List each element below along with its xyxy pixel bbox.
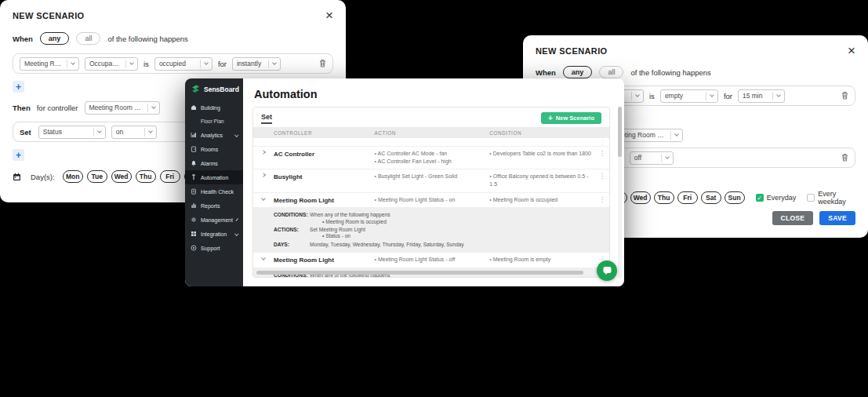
- day-pill-wed[interactable]: Wed: [111, 170, 132, 183]
- row-actions: Busylight Set Light - Green Solid: [375, 173, 490, 180]
- table-row: Meeting Room LightMeeting Room Light Sta…: [253, 253, 609, 268]
- sidebar-item-label: Building: [201, 105, 220, 111]
- table-row: Meeting Room LightMeeting Room Light Sta…: [253, 193, 609, 208]
- calendar-icon: [13, 173, 21, 181]
- then-controller-select[interactable]: Meeting Room Light: [85, 101, 160, 115]
- day-pill-mon[interactable]: Mon: [63, 170, 83, 183]
- row-controller: AC Controller: [274, 150, 375, 158]
- row-menu-icon[interactable]: ⋮: [595, 173, 609, 180]
- any-toggle[interactable]: any: [563, 66, 593, 78]
- duration-select[interactable]: 15 min: [738, 89, 785, 103]
- chevron-down-icon: [234, 232, 238, 236]
- row-actions: Meeting Room Light Status - on: [375, 196, 490, 204]
- vertical-scrollbar[interactable]: [618, 107, 622, 279]
- row-controller: Meeting Room Light: [274, 256, 375, 264]
- property-select[interactable]: Occupancy: [85, 57, 138, 71]
- collapse-icon[interactable]: [261, 196, 266, 201]
- set-value-select[interactable]: off: [630, 151, 674, 165]
- add-condition-button[interactable]: +: [13, 81, 24, 93]
- row-actions: AC Controller AC Mode - fanAC Controller…: [375, 150, 490, 166]
- value-select[interactable]: empty: [660, 89, 718, 103]
- set-property-select[interactable]: Status: [38, 126, 106, 139]
- dialog-title: NEW SCENARIO: [13, 11, 85, 20]
- sidebar-item-building[interactable]: Building: [185, 100, 243, 115]
- sidebar-item-support[interactable]: Support: [185, 241, 243, 255]
- days-label: Day(s):: [31, 173, 55, 181]
- sidebar-item-automation[interactable]: Automation: [185, 170, 243, 184]
- chat-button[interactable]: [597, 260, 617, 281]
- day-pill-fri[interactable]: Fri: [160, 170, 180, 183]
- every-weekday-checkbox[interactable]: [807, 194, 815, 202]
- tab-set[interactable]: Set: [261, 113, 272, 124]
- day-pill-wed[interactable]: Wed: [630, 191, 651, 204]
- chevron-down-icon: [204, 60, 209, 65]
- sidebar-item-label: Health Check: [201, 189, 234, 195]
- sidebar-item-label: Rooms: [201, 147, 218, 152]
- sidebar-item-floor-plan[interactable]: Floor Plan: [185, 115, 243, 128]
- row-actions: Meeting Room Light Status - off: [375, 256, 490, 264]
- sidebar-item-reports[interactable]: Reports: [185, 198, 243, 213]
- save-button[interactable]: SAVE: [819, 211, 855, 225]
- set-value-select[interactable]: on: [111, 126, 157, 139]
- close-icon[interactable]: ×: [325, 10, 333, 21]
- is-label: is: [143, 60, 149, 68]
- trash-icon[interactable]: [841, 151, 848, 165]
- for-label: for: [724, 92, 732, 100]
- dialog-title: NEW SCENARIO: [536, 46, 608, 56]
- any-toggle[interactable]: any: [40, 32, 70, 45]
- day-pill-sun[interactable]: Sun: [725, 191, 745, 204]
- close-icon[interactable]: ×: [848, 46, 855, 56]
- chevron-down-icon: [635, 93, 640, 97]
- row-conditions: Office Balcony opened is between 0.5 - 1…: [489, 173, 595, 188]
- every-weekday-label: Every weekday: [818, 190, 855, 206]
- brand-name: SensBoard: [204, 86, 239, 93]
- sidebar-item-health-check[interactable]: Health Check: [185, 184, 243, 198]
- automation-card: Set + New Scenario CONTROLLER ACTION CON…: [252, 107, 610, 278]
- chevron-down-icon: [148, 129, 153, 133]
- day-pill-thu[interactable]: Thu: [136, 170, 156, 183]
- row-menu-icon[interactable]: ⋮: [595, 139, 609, 146]
- sidebar-item-management[interactable]: Management: [185, 213, 243, 227]
- row-menu-icon[interactable]: ⋮: [595, 196, 609, 203]
- sidebar-item-label: Floor Plan: [201, 118, 224, 124]
- for-controller-label: for controller: [37, 104, 78, 112]
- sidebar-item-label: Alarms: [201, 161, 218, 166]
- health-icon: [191, 188, 197, 195]
- sidebar-item-alarms[interactable]: Alarms: [185, 156, 243, 170]
- row-controller: Meeting Room Light: [274, 196, 375, 204]
- duration-select[interactable]: instantly: [232, 57, 281, 71]
- horizontal-scrollbar[interactable]: [256, 271, 597, 275]
- trash-icon[interactable]: [841, 89, 848, 103]
- sidebar-item-rooms[interactable]: Rooms: [185, 142, 243, 156]
- everyday-checkbox[interactable]: ✓: [756, 194, 764, 202]
- trash-icon[interactable]: [319, 56, 326, 71]
- sidebar-item-label: Reports: [201, 203, 220, 209]
- sidebar: SensBoard BuildingFloor PlanAnalyticsRoo…: [185, 78, 243, 286]
- sidebar-item-analytics[interactable]: Analytics: [185, 128, 243, 142]
- row-menu-icon[interactable]: ⋮: [595, 150, 609, 157]
- day-pill-thu[interactable]: Thu: [654, 191, 674, 204]
- sidebar-item-label: Automation: [201, 175, 228, 180]
- chevron-down-icon: [665, 155, 670, 159]
- sensboard-window: SensBoard BuildingFloor PlanAnalyticsRoo…: [185, 78, 624, 286]
- chevron-down-icon: [151, 104, 156, 109]
- reports-icon: [191, 202, 197, 209]
- controller-select[interactable]: Meeting Roo...: [20, 57, 79, 71]
- add-action-button[interactable]: +: [13, 149, 24, 161]
- chevron-down-icon: [97, 129, 102, 133]
- day-pill-tue[interactable]: Tue: [87, 170, 107, 183]
- close-button[interactable]: CLOSE: [772, 211, 814, 225]
- expand-icon[interactable]: [261, 173, 266, 177]
- day-pill-sat[interactable]: Sat: [701, 191, 721, 204]
- expand-icon[interactable]: [261, 150, 266, 155]
- day-pill-fri[interactable]: Fri: [677, 191, 698, 204]
- value-select[interactable]: occupied: [154, 57, 212, 71]
- sidebar-item-integration[interactable]: Integration: [185, 227, 243, 241]
- is-label: is: [649, 92, 655, 100]
- new-scenario-button[interactable]: + New Scenario: [541, 112, 601, 124]
- sidebar-item-label: Analytics: [201, 133, 223, 138]
- collapse-icon[interactable]: [261, 257, 266, 261]
- row-expanded-detail: CONDITIONS:When any of the following hap…: [253, 208, 609, 253]
- all-toggle[interactable]: all: [599, 66, 623, 78]
- all-toggle[interactable]: all: [76, 32, 100, 45]
